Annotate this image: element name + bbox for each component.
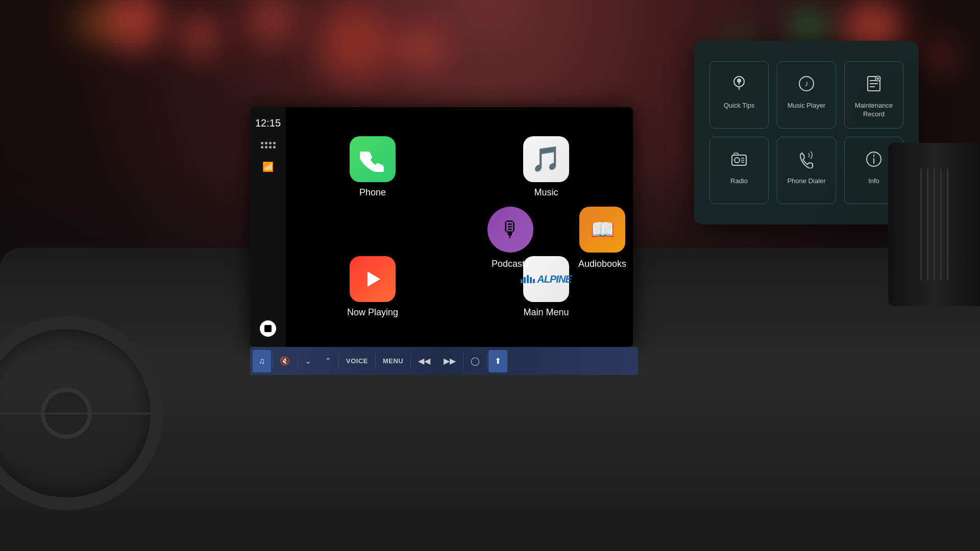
audiobooks-icon: 📖 xyxy=(579,207,625,253)
prev-track-button[interactable]: ◀◀ xyxy=(412,350,436,372)
divider-3 xyxy=(338,354,339,369)
audiobooks-label: Audiobooks xyxy=(578,259,626,269)
divider-2 xyxy=(297,354,298,369)
popup-item-quick-tips[interactable]: Quick Tips xyxy=(709,61,769,129)
popup-item-radio[interactable]: Radio xyxy=(709,137,769,204)
music-icon: 🎵 xyxy=(523,136,569,182)
app-now-playing[interactable]: Now Playing xyxy=(286,227,459,347)
popup-item-music-player[interactable]: ♪ Music Player xyxy=(777,61,836,129)
music-player-icon: ♪ xyxy=(794,71,819,96)
now-playing-label: Now Playing xyxy=(347,307,398,318)
divider-7 xyxy=(487,354,487,369)
podcasts-label: Podcasts xyxy=(492,259,529,269)
up-button[interactable]: ⌃ xyxy=(318,350,337,372)
maintenance-record-label: Maintenance Record xyxy=(850,102,898,119)
menu-button[interactable]: MENU xyxy=(377,350,409,372)
screen-sidebar: 12:15 📶 xyxy=(250,107,286,347)
divider-6 xyxy=(463,354,463,369)
app-podcasts[interactable]: 🎙 Podcasts xyxy=(464,196,556,280)
quick-tips-label: Quick Tips xyxy=(724,102,755,110)
nav-button[interactable]: ⬆ xyxy=(488,350,507,372)
time-display: 12:15 xyxy=(255,117,281,129)
phone-dialer-icon xyxy=(794,146,819,172)
popup-menu: Quick Tips ♪ Music Player xyxy=(694,41,919,224)
popup-item-phone-dialer[interactable]: Phone Dialer xyxy=(777,137,836,204)
signal-indicator xyxy=(261,142,276,148)
popup-item-maintenance-record[interactable]: Maintenance Record xyxy=(844,61,903,129)
down-button[interactable]: ⌄ xyxy=(299,350,317,372)
home-button[interactable] xyxy=(260,320,276,337)
phone-dialer-label: Phone Dialer xyxy=(787,177,825,186)
divider-1 xyxy=(272,354,273,369)
music-ctrl-button[interactable]: ♫ xyxy=(253,350,271,372)
mute-button[interactable]: 🔇 xyxy=(274,350,296,372)
quick-tips-icon xyxy=(726,71,752,96)
info-label: Info xyxy=(868,177,879,186)
svg-marker-0 xyxy=(368,271,380,287)
power-button[interactable]: ◯ xyxy=(464,350,486,372)
divider-4 xyxy=(375,354,376,369)
voice-button[interactable]: VOICE xyxy=(340,350,374,372)
svg-text:♪: ♪ xyxy=(804,79,808,88)
extended-apps: 🎙 Podcasts 📖 Audiobooks xyxy=(464,196,648,280)
app-audiobooks[interactable]: 📖 Audiobooks xyxy=(556,196,648,280)
app-phone[interactable]: Phone xyxy=(286,107,459,227)
svg-text:i: i xyxy=(873,152,875,158)
popup-grid: Quick Tips ♪ Music Player xyxy=(709,61,903,204)
control-bar: ♫ 🔇 ⌄ ⌃ VOICE MENU ◀◀ ▶▶ ◯ ⬆ xyxy=(250,347,638,375)
svg-rect-19 xyxy=(734,153,738,155)
podcasts-icon: 🎙 xyxy=(487,207,533,253)
right-vent xyxy=(888,143,980,306)
radio-label: Radio xyxy=(730,177,748,186)
radio-icon xyxy=(726,146,752,172)
wifi-icon: 📶 xyxy=(262,161,274,172)
main-menu-label: Main Menu xyxy=(523,307,569,318)
next-track-button[interactable]: ▶▶ xyxy=(437,350,462,372)
phone-label: Phone xyxy=(359,187,386,198)
divider-5 xyxy=(410,354,411,369)
svg-point-15 xyxy=(734,158,740,163)
phone-icon xyxy=(350,136,396,182)
now-playing-icon xyxy=(350,256,396,302)
maintenance-record-icon xyxy=(861,71,887,96)
music-player-label: Music Player xyxy=(788,102,825,110)
info-icon: i xyxy=(861,146,887,172)
svg-point-3 xyxy=(737,79,741,83)
